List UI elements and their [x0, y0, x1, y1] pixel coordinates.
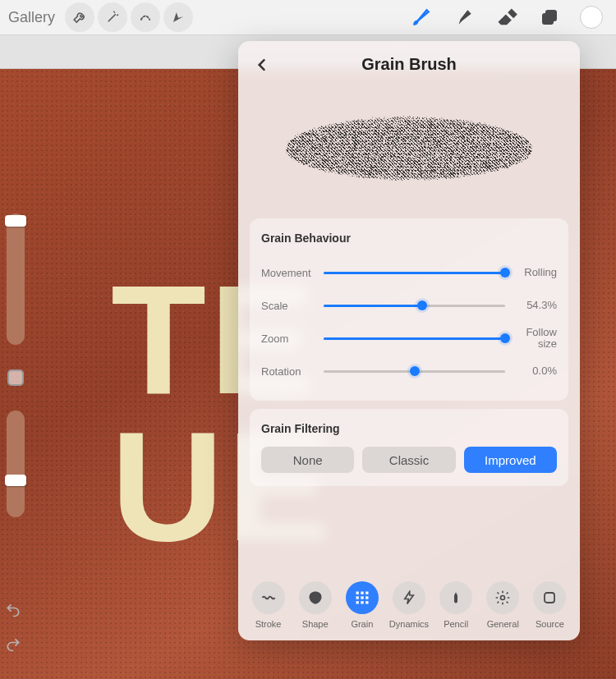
slider-value: Rolling: [512, 267, 557, 278]
eraser-icon[interactable]: [494, 5, 519, 30]
move-icon[interactable]: [163, 2, 193, 32]
brush-studio-tabs: StrokeShapeGrainDynamicsPencilGeneralSou…: [238, 575, 580, 640]
tab-dynamics[interactable]: Dynamics: [388, 581, 430, 629]
wrench-icon[interactable]: [65, 2, 94, 32]
wave-icon: [252, 581, 285, 614]
brush-preview: [238, 87, 580, 210]
left-sidebar: [3, 213, 28, 517]
blob-icon: [299, 581, 332, 614]
tab-label: General: [487, 619, 519, 629]
tab-shape[interactable]: Shape: [294, 581, 337, 629]
top-toolbar: Gallery: [0, 0, 616, 34]
layers-icon[interactable]: [537, 5, 562, 30]
grain-behaviour-section: Grain Behaviour MovementRollingScale54.3…: [250, 218, 568, 401]
tab-label: Grain: [351, 619, 373, 629]
slider-label: Scale: [261, 300, 317, 312]
tab-label: Stroke: [255, 619, 282, 629]
svg-rect-9: [365, 592, 368, 594]
back-button[interactable]: [250, 53, 274, 77]
slider-track[interactable]: [324, 363, 505, 379]
tab-label: Source: [536, 619, 564, 629]
brush-size-slider[interactable]: [7, 213, 25, 345]
select-icon[interactable]: [131, 2, 160, 32]
tab-grain[interactable]: Grain: [341, 581, 384, 629]
tab-label: Pencil: [444, 619, 468, 629]
gallery-button[interactable]: Gallery: [5, 9, 62, 26]
slider-label: Zoom: [261, 333, 317, 345]
svg-point-6: [286, 121, 532, 177]
grain-behaviour-heading: Grain Behaviour: [261, 232, 557, 245]
slider-movement: MovementRolling: [261, 256, 557, 289]
svg-rect-10: [356, 596, 358, 599]
svg-rect-7: [356, 592, 358, 594]
slider-scale: Scale54.3%: [261, 289, 557, 322]
svg-rect-12: [365, 596, 368, 599]
filter-option-improved[interactable]: Improved: [464, 447, 557, 473]
svg-rect-8: [361, 592, 363, 594]
undo-button[interactable]: [5, 602, 21, 622]
svg-rect-14: [361, 601, 363, 603]
gear-icon: [486, 581, 519, 614]
brush-opacity-slider[interactable]: [7, 411, 25, 517]
svg-point-16: [501, 596, 505, 600]
pencil-icon: [439, 581, 472, 614]
redo-button[interactable]: [5, 636, 21, 656]
popover-header: Grain Brush: [238, 41, 580, 87]
tab-label: Dynamics: [389, 619, 429, 629]
slider-track[interactable]: [324, 297, 505, 314]
slider-zoom: ZoomFollow size: [261, 322, 557, 355]
grain-filtering-heading: Grain Filtering: [261, 422, 557, 435]
tab-source[interactable]: Source: [528, 581, 571, 629]
grain-filtering-section: Grain Filtering NoneClassicImproved: [250, 409, 568, 486]
slider-track[interactable]: [324, 264, 505, 281]
filter-option-classic[interactable]: Classic: [362, 447, 455, 473]
tab-label: Shape: [302, 619, 329, 629]
svg-rect-11: [361, 596, 363, 599]
slider-value: 54.3%: [512, 300, 557, 311]
tab-general[interactable]: General: [481, 581, 524, 629]
bolt-icon: [393, 581, 425, 614]
slider-value: Follow size: [512, 327, 557, 351]
svg-rect-15: [365, 601, 368, 603]
slider-value: 0.0%: [512, 365, 557, 377]
slider-rotation: Rotation0.0%: [261, 355, 557, 388]
slider-label: Rotation: [261, 365, 317, 378]
undo-redo: [5, 602, 21, 656]
brush-icon[interactable]: [409, 5, 434, 30]
square-icon: [533, 581, 566, 614]
svg-rect-17: [545, 593, 554, 603]
modifier-button[interactable]: [7, 369, 24, 386]
smudge-icon[interactable]: [452, 5, 476, 30]
svg-rect-13: [356, 601, 358, 603]
slider-track[interactable]: [324, 330, 505, 346]
grid-icon: [346, 581, 379, 614]
tab-stroke[interactable]: Stroke: [247, 581, 290, 629]
tab-pencil[interactable]: Pencil: [434, 581, 477, 629]
slider-label: Movement: [261, 267, 317, 279]
filtering-segmented-control: NoneClassicImproved: [261, 447, 557, 473]
wand-icon[interactable]: [98, 2, 127, 32]
right-toolbar: [409, 5, 611, 30]
popover-title: Grain Brush: [361, 55, 457, 74]
brush-settings-popover: Grain Brush Grain Behaviour MovementRoll…: [238, 41, 580, 640]
color-swatch[interactable]: [580, 6, 603, 29]
svg-rect-1: [542, 13, 554, 25]
filter-option-none[interactable]: None: [261, 447, 354, 473]
